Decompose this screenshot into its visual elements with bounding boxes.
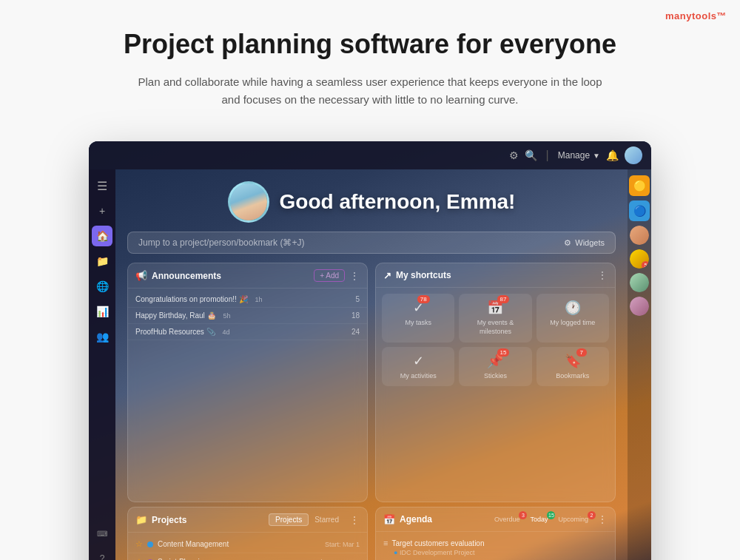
agenda-icon: 📅 <box>383 514 395 525</box>
sidebar-help-icon[interactable]: ? <box>92 548 112 560</box>
brand-logo: manytools™ <box>665 10 727 21</box>
tasks-icon: ✓ 78 <box>413 300 424 316</box>
star-icon-2: ☆ <box>135 557 143 560</box>
announcements-add-button[interactable]: + Add <box>314 269 345 282</box>
projects-menu-icon[interactable]: ⋮ <box>349 514 360 526</box>
right-icon-blue[interactable]: 🔵 <box>629 200 650 221</box>
right-avatar-1[interactable] <box>630 226 649 245</box>
agenda-card: 📅 Agenda Overdue 3 Today <box>375 507 616 560</box>
shortcuts-header: ↗ My shortcuts ⋮ <box>376 263 615 288</box>
shortcut-activities[interactable]: ✓ My activities <box>382 347 454 387</box>
sidebar-keyboard-icon[interactable]: ⌨ <box>92 523 112 544</box>
shortcuts-icon: ↗ <box>383 270 391 281</box>
hero-subtitle: Plan and collaborate while having a seam… <box>133 73 607 109</box>
agenda-list: ≡ Target customers evaluation ● IDC Deve… <box>376 532 615 560</box>
hero-title: Project planning software for everyone <box>30 28 710 60</box>
shortcut-bookmarks[interactable]: 🔖 7 Bookmarks <box>536 347 609 387</box>
activities-icon: ✓ <box>413 353 424 369</box>
app-window: ⚙ 🔍 | Manage ▼ 🔔 ☰ + 🏠 📁 🌐 📊 👥 ⌨ ? <box>89 141 651 560</box>
time-icon: 🕐 <box>565 300 581 316</box>
sidebar-team-icon[interactable]: 👥 <box>92 326 112 347</box>
announcements-title: 📢 Announcements <box>135 270 221 281</box>
agenda-title: 📅 Agenda <box>383 514 432 525</box>
sidebar-home-icon[interactable]: 🏠 <box>92 226 112 246</box>
project-item-1: ☆ Content Management Start: Mar 1 <box>128 536 367 553</box>
project-list: ☆ Content Management Start: Mar 1 ☆ Spri… <box>128 533 367 560</box>
stickies-icon: 📌 15 <box>487 353 503 369</box>
agenda-item-1: ≡ Target customers evaluation ● IDC Deve… <box>376 535 615 560</box>
content-area: Good afternoon, Emma! Jump to a project/… <box>115 169 628 560</box>
greeting-text: Good afternoon, Emma! <box>280 190 516 214</box>
announcement-item-1: Congratulations on promotion!! 🎉 1h 5 <box>128 291 367 308</box>
projects-icon: 📁 <box>135 514 147 525</box>
tab-upcoming[interactable]: Upcoming 2 <box>554 514 593 524</box>
agenda-menu-icon[interactable]: ⋮ <box>597 513 608 525</box>
shortcuts-title: ↗ My shortcuts <box>383 270 451 281</box>
bottom-row: 📁 Projects Projects Starred ⋮ <box>115 507 628 560</box>
projects-title: 📁 Projects <box>135 514 186 525</box>
shortcut-my-tasks[interactable]: ✓ 78 My tasks <box>382 294 454 342</box>
top-nav: ⚙ 🔍 | Manage ▼ 🔔 <box>89 141 651 169</box>
agenda-item-1-icon: ≡ <box>383 539 388 547</box>
shortcuts-card: ↗ My shortcuts ⋮ ✓ 78 My tasks <box>375 263 616 502</box>
bookmarks-icon: 🔖 7 <box>565 353 581 369</box>
projects-header: 📁 Projects Projects Starred ⋮ <box>128 507 367 533</box>
widgets-grid: 📢 Announcements + Add ⋮ Congratulations … <box>115 263 628 502</box>
agenda-actions: Overdue 3 Today 15 Upcoming 2 <box>490 513 608 525</box>
search-bar[interactable]: Jump to a project/person/bookmark (⌘+J) … <box>127 232 616 254</box>
project-dot-1 <box>147 542 153 547</box>
projects-card: 📁 Projects Projects Starred ⋮ <box>127 507 368 560</box>
sidebar-add-icon[interactable]: + <box>92 200 112 221</box>
app-main: ☰ + 🏠 📁 🌐 📊 👥 ⌨ ? 💬 Good afternoon, Emma… <box>89 169 651 560</box>
shortcut-stickies[interactable]: 📌 15 Stickies <box>459 347 531 387</box>
settings-icon[interactable]: ⚙ <box>509 149 519 161</box>
agenda-tabs: Overdue 3 Today 15 Upcoming 2 <box>490 514 593 524</box>
announcement-item-3: ProofHub Resources 📎 4d 24 <box>128 324 367 340</box>
announcements-card: 📢 Announcements + Add ⋮ Congratulations … <box>127 263 368 502</box>
tab-overdue[interactable]: Overdue 3 <box>490 514 525 524</box>
sidebar-folder-icon[interactable]: 📁 <box>92 251 112 271</box>
right-avatar-3[interactable] <box>630 273 649 292</box>
project-item-2: ☆ Sprint Planning Feb 27 → Apr 7 <box>128 553 367 560</box>
nav-divider: | <box>546 149 549 162</box>
shortcuts-menu-icon[interactable]: ⋮ <box>597 269 608 281</box>
sidebar-globe-icon[interactable]: 🌐 <box>92 276 112 297</box>
search-placeholder: Jump to a project/person/bookmark (⌘+J) <box>138 237 304 248</box>
projects-actions: Projects Starred ⋮ <box>269 513 360 526</box>
announcements-icon: 📢 <box>135 270 147 281</box>
user-avatar[interactable] <box>625 146 642 164</box>
projects-tabs: Projects Starred <box>269 513 345 526</box>
right-avatar-4[interactable] <box>630 297 649 316</box>
sidebar-menu-icon[interactable]: ☰ <box>92 175 112 196</box>
greeting-bar: Good afternoon, Emma! <box>115 169 628 232</box>
right-avatar-2[interactable]: 5 <box>630 249 649 269</box>
tab-starred[interactable]: Starred <box>309 514 345 525</box>
agenda-header: 📅 Agenda Overdue 3 Today <box>376 507 615 532</box>
notification-bell[interactable]: 🔔 <box>606 149 619 162</box>
widgets-button[interactable]: ⚙ Widgets <box>564 238 605 248</box>
manage-button[interactable]: Manage ▼ <box>558 150 600 161</box>
widgets-gear-icon: ⚙ <box>564 238 571 248</box>
right-icon-yellow[interactable]: 🟡 <box>629 175 650 196</box>
announcement-item-2: Happy Birthday, Raul 🎂 5h 18 <box>128 308 367 324</box>
events-icon: 📅 87 <box>487 300 503 316</box>
tab-today[interactable]: Today 15 <box>525 514 552 524</box>
nav-icons: ⚙ 🔍 <box>509 149 537 161</box>
star-icon-1: ☆ <box>135 539 143 549</box>
shortcuts-grid: ✓ 78 My tasks 📅 87 My events & milestone… <box>376 288 615 392</box>
manage-label: Manage <box>558 150 590 161</box>
announcements-actions: + Add ⋮ <box>314 269 360 282</box>
search-icon[interactable]: 🔍 <box>525 149 537 161</box>
right-sidebar: 🟡 🔵 5 💬 <box>628 169 651 560</box>
tab-projects[interactable]: Projects <box>269 513 309 526</box>
manage-chevron: ▼ <box>593 152 600 160</box>
shortcut-logged-time[interactable]: 🕐 My logged time <box>536 294 609 342</box>
shortcut-events[interactable]: 📅 87 My events & milestones <box>459 294 531 342</box>
announcements-header: 📢 Announcements + Add ⋮ <box>128 263 367 289</box>
announcements-menu-icon[interactable]: ⋮ <box>349 270 360 282</box>
greeting-avatar <box>228 181 269 223</box>
sidebar: ☰ + 🏠 📁 🌐 📊 👥 ⌨ ? 💬 <box>89 169 115 560</box>
announcement-list: Congratulations on promotion!! 🎉 1h 5 Ha… <box>128 289 367 343</box>
hero-section: Project planning software for everyone P… <box>0 0 740 124</box>
sidebar-chart-icon[interactable]: 📊 <box>92 301 112 322</box>
